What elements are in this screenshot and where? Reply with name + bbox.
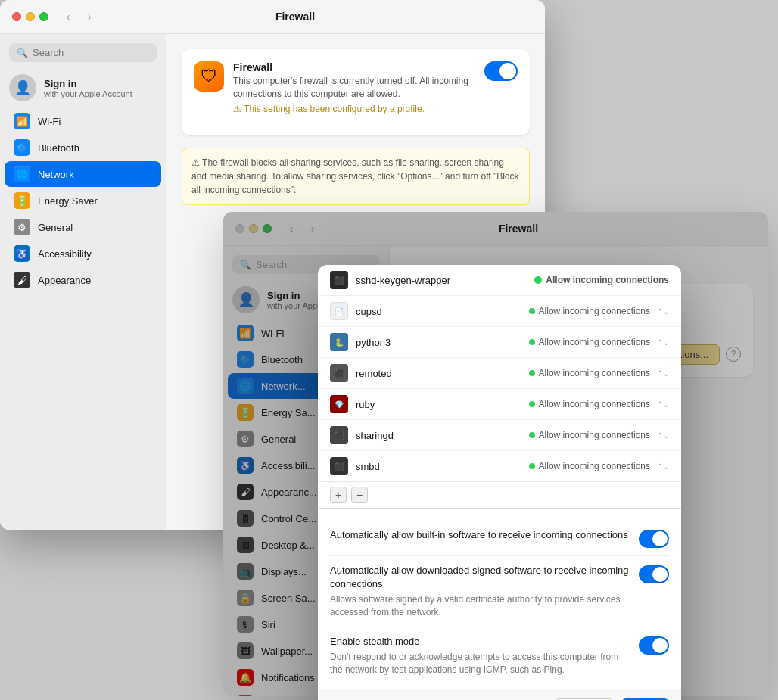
bg-accessibility-label: Accessibili... — [261, 460, 316, 471]
search-input[interactable] — [33, 47, 149, 58]
option-auto-signed-title: Automatically allow downloaded signed so… — [330, 564, 630, 591]
python3-app-status: Allow incoming connections ⌃⌄ — [529, 337, 669, 347]
bg-wifi-icon: 📶 — [237, 325, 254, 341]
tl-green[interactable] — [39, 12, 48, 21]
bg-notifications-icon: 🔔 — [237, 669, 254, 686]
remove-app-button[interactable]: − — [351, 487, 368, 503]
bg-window-title: Firewall — [281, 222, 756, 235]
network-label: Network — [38, 169, 74, 180]
bg-screen-label: Screen Sa... — [261, 593, 316, 604]
sidebar-item-network[interactable]: 🌐 Network — [5, 161, 161, 187]
python3-status-dot — [529, 339, 535, 345]
bg-appearance-label: Appearanc... — [261, 487, 317, 498]
bg-tl-green — [263, 224, 272, 233]
smbd-status-dot — [529, 463, 535, 469]
firewall-toggle[interactable] — [484, 61, 518, 81]
app-list: ⬛ sshd-keygen-wrapper Allow incoming con… — [318, 265, 681, 482]
sshd-app-status: Allow incoming connections — [534, 275, 669, 285]
sidebar-item-accessibility[interactable]: ♿ Accessibility — [5, 241, 161, 266]
signin-title: Sign in — [44, 78, 132, 89]
modal-dialog[interactable]: ⬛ sshd-keygen-wrapper Allow incoming con… — [318, 265, 681, 700]
ruby-app-status: Allow incoming connections ⌃⌄ — [529, 399, 669, 409]
firewall-info: Firewall This computer's firewall is cur… — [233, 61, 484, 114]
bg-bt-label: Bluetooth — [261, 354, 303, 366]
sidebar-item-bluetooth[interactable]: 🔷 Bluetooth — [5, 135, 161, 160]
smbd-app-status: Allow incoming connections ⌃⌄ — [529, 461, 669, 471]
firewall-title: Firewall — [233, 61, 484, 73]
firewall-description: This computer's firewall is currently tu… — [233, 75, 484, 101]
option-stealth-sub: Don't respond to or acknowledge attempts… — [330, 651, 630, 677]
option-auto-builtin: Automatically allow built-in software to… — [330, 521, 669, 556]
signin-item[interactable]: 👤 Sign in with your Apple Account — [0, 68, 166, 107]
ruby-app-icon: 💎 — [330, 395, 348, 413]
firewall-profile-warning: ⚠ This setting has been configured by a … — [233, 104, 484, 114]
sshd-status-dot — [534, 276, 542, 284]
accessibility-label: Accessibility — [38, 248, 92, 260]
wifi-label: Wi-Fi — [38, 116, 61, 127]
bg-wallpaper-label: Wallpaper... — [261, 646, 313, 657]
sidebar-item-general[interactable]: ⚙ General — [5, 214, 161, 240]
smbd-app-icon: ⬛ — [330, 457, 348, 475]
bg-siri-label: Siri — [261, 619, 275, 630]
app-row-sshd: ⬛ sshd-keygen-wrapper Allow incoming con… — [318, 265, 681, 296]
remoted-app-status: Allow incoming connections ⌃⌄ — [529, 368, 669, 378]
sidebar-item-appearance[interactable]: 🖌 Appearance — [5, 267, 161, 293]
network-icon: 🌐 — [14, 166, 30, 182]
cupsd-chevron-icon: ⌃⌄ — [657, 307, 669, 316]
option-auto-signed: Automatically allow downloaded signed so… — [330, 556, 669, 627]
ruby-chevron-icon: ⌃⌄ — [657, 400, 669, 409]
title-bar: ‹ › Firewall — [0, 0, 545, 34]
bg-desktop-icon: 🖥 — [237, 537, 254, 553]
energy-icon: 🔋 — [14, 192, 30, 209]
search-box[interactable]: 🔍 — [9, 43, 157, 62]
sharingd-status-dot — [529, 432, 535, 438]
bg-appearance-icon: 🖌 — [237, 484, 254, 500]
modal-body: ⬛ sshd-keygen-wrapper Allow incoming con… — [318, 265, 681, 689]
bg-network-icon: 🌐 — [237, 378, 254, 394]
window-title: Firewall — [58, 11, 533, 23]
ruby-app-name: ruby — [356, 399, 529, 410]
option-auto-builtin-text: Automatically allow built-in software to… — [330, 528, 630, 542]
python3-app-icon: 🐍 — [330, 333, 348, 351]
bg-siri-icon: 🎙 — [237, 616, 254, 633]
modal-options: Automatically allow built-in software to… — [318, 509, 681, 689]
bg-energy-icon: 🔋 — [237, 404, 254, 421]
tl-red[interactable] — [12, 12, 21, 21]
bg-traffic-lights — [235, 224, 272, 233]
cupsd-app-status: Allow incoming connections ⌃⌄ — [529, 306, 669, 316]
sidebar-item-energy[interactable]: 🔋 Energy Saver — [5, 188, 161, 213]
firewall-header: 🛡 Firewall This computer's firewall is c… — [194, 61, 518, 114]
app-list-actions: + − — [318, 482, 681, 509]
option-auto-builtin-title: Automatically allow built-in software to… — [330, 528, 630, 542]
app-row-cupsd: 📄 cupsd Allow incoming connections ⌃⌄ — [318, 296, 681, 327]
bg-energy-label: Energy Sa... — [261, 407, 316, 418]
bg-title-bar: ‹ › Firewall — [223, 212, 768, 246]
bg-help-btn: ? — [726, 347, 741, 362]
bg-displays-label: Displays... — [261, 566, 307, 577]
bg-desktop-label: Desktop &... — [261, 540, 315, 551]
bg-sound-icon: 🔊 — [237, 695, 254, 696]
bg-bt-icon: 🔷 — [237, 351, 254, 368]
search-icon: 🔍 — [17, 48, 28, 58]
bg-cc-label: Control Ce... — [261, 513, 316, 524]
bg-displays-icon: 📺 — [237, 563, 254, 580]
app-row-python3: 🐍 python3 Allow incoming connections ⌃⌄ — [318, 327, 681, 358]
option-stealth-title: Enable stealth mode — [330, 635, 630, 649]
bg-tl-red — [235, 224, 244, 233]
sidebar-item-wifi[interactable]: 📶 Wi-Fi — [5, 108, 161, 134]
wifi-icon: 📶 — [14, 113, 30, 129]
toggle-stealth[interactable] — [639, 636, 669, 655]
toggle-auto-signed[interactable] — [639, 565, 669, 583]
option-stealth: Enable stealth mode Don't respond to or … — [330, 627, 669, 684]
bg-screen-icon: 🔒 — [237, 590, 254, 606]
remoted-chevron-icon: ⌃⌄ — [657, 369, 669, 378]
remoted-app-name: remoted — [356, 368, 529, 379]
add-app-button[interactable]: + — [330, 487, 347, 503]
modal-footer: Cancel OK — [318, 689, 681, 700]
signin-subtitle: with your Apple Account — [44, 89, 132, 98]
toggle-auto-builtin[interactable] — [639, 530, 669, 548]
smbd-chevron-icon: ⌃⌄ — [657, 462, 669, 471]
accessibility-icon: ♿ — [14, 245, 30, 262]
tl-yellow[interactable] — [26, 12, 35, 21]
bg-general-icon: ⚙ — [237, 431, 254, 447]
